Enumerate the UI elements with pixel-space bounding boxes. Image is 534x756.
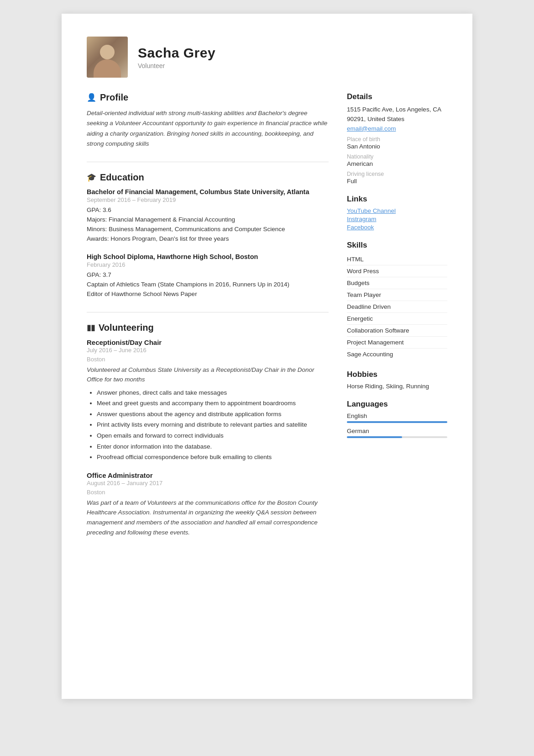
edu-entry-1: Bachelor of Financial Management, Columb… bbox=[87, 188, 329, 244]
avatar-image bbox=[87, 37, 128, 78]
candidate-name: Sacha Grey bbox=[138, 45, 215, 61]
education-title: 🎓 Education bbox=[87, 172, 329, 183]
profile-title: 👤 Profile bbox=[87, 92, 329, 103]
edu-degree-2: High School Diploma, Hawthorne High Scho… bbox=[87, 253, 329, 260]
education-icon: 🎓 bbox=[87, 173, 96, 182]
vol-bullet-1-3: Answer questions about the agency and di… bbox=[97, 409, 329, 419]
driving-license-label: Driving license bbox=[347, 171, 447, 177]
edu-detail-1-1: GPA: 3.6 bbox=[87, 206, 329, 215]
languages-section: Languages English German bbox=[347, 400, 447, 438]
place-of-birth-label: Place of birth bbox=[347, 136, 447, 143]
skills-section: Skills HTML Word Press Budgets Team Play… bbox=[347, 241, 447, 360]
vol-location-2: Boston bbox=[87, 489, 329, 496]
lang-english-bar-fill bbox=[347, 421, 447, 423]
education-section: 🎓 Education Bachelor of Financial Manage… bbox=[87, 172, 329, 299]
link-instagram[interactable]: Instragram bbox=[347, 216, 447, 222]
skill-deadline-driven: Deadline Driven bbox=[347, 301, 447, 313]
profile-icon: 👤 bbox=[87, 93, 96, 102]
skill-project-management: Project Management bbox=[347, 337, 447, 349]
profile-text: Detail-oriented individual with strong m… bbox=[87, 108, 329, 149]
vol-desc-2: Was part of a team of Volunteers at the … bbox=[87, 498, 329, 537]
languages-title: Languages bbox=[347, 400, 447, 409]
lang-german-bar-fill bbox=[347, 436, 402, 438]
vol-role-1: Receptionist/Day Chair bbox=[87, 338, 329, 346]
vol-entry-1: Receptionist/Day Chair July 2016 – June … bbox=[87, 338, 329, 462]
skills-title: Skills bbox=[347, 241, 447, 250]
hobbies-section: Hobbies Horse Riding, Skiing, Running bbox=[347, 370, 447, 390]
edu-detail-1-4: Awards: Honors Program, Dean's list for … bbox=[87, 234, 329, 244]
vol-bullet-1-2: Meet and greet guests and accompany them… bbox=[97, 398, 329, 408]
candidate-subtitle: Volunteer bbox=[138, 62, 215, 69]
details-title: Details bbox=[347, 92, 447, 101]
edu-detail-2-1: GPA: 3.7 bbox=[87, 270, 329, 280]
skill-sage-accounting: Sage Accounting bbox=[347, 349, 447, 360]
link-facebook[interactable]: Facebook bbox=[347, 224, 447, 231]
volunteering-section: ▮▮ Volunteering Receptionist/Day Chair J… bbox=[87, 322, 329, 538]
lang-german-bar-bg bbox=[347, 436, 447, 438]
vol-bullet-1-4: Print activity lists every morning and d… bbox=[97, 420, 329, 430]
divider-1 bbox=[87, 162, 329, 162]
lang-english-bar-bg bbox=[347, 421, 447, 423]
avatar bbox=[87, 37, 128, 78]
lang-german-name: German bbox=[347, 428, 447, 434]
skill-team-player: Team Player bbox=[347, 289, 447, 301]
edu-detail-2-3: Editor of Hawthorne School News Paper bbox=[87, 290, 329, 299]
edu-entry-2: High School Diploma, Hawthorne High Scho… bbox=[87, 253, 329, 299]
header-section: Sacha Grey Volunteer bbox=[87, 37, 447, 78]
volunteering-icon: ▮▮ bbox=[87, 323, 95, 333]
edu-date-2: February 2016 bbox=[87, 261, 329, 268]
lang-english: English bbox=[347, 412, 447, 423]
links-title: Links bbox=[347, 195, 447, 204]
nationality-label: Nationality bbox=[347, 153, 447, 160]
driving-license-value: Full bbox=[347, 178, 447, 185]
lang-german: German bbox=[347, 428, 447, 438]
vol-entry-2: Office Administrator August 2016 – Janua… bbox=[87, 471, 329, 537]
edu-degree-1: Bachelor of Financial Management, Columb… bbox=[87, 188, 329, 196]
skill-budgets: Budgets bbox=[347, 277, 447, 289]
vol-bullet-1-1: Answer phones, direct calls and take mes… bbox=[97, 388, 329, 398]
skill-wordpress: Word Press bbox=[347, 265, 447, 277]
links-section: Links YouTube Channel Instragram Faceboo… bbox=[347, 195, 447, 231]
vol-list-1: Answer phones, direct calls and take mes… bbox=[87, 388, 329, 462]
main-content: 👤 Profile Detail-oriented individual wit… bbox=[87, 92, 447, 550]
volunteering-title: ▮▮ Volunteering bbox=[87, 322, 329, 333]
header-info: Sacha Grey Volunteer bbox=[138, 45, 215, 69]
vol-location-1: Boston bbox=[87, 356, 329, 363]
edu-detail-2-2: Captain of Athletics Team (State Champio… bbox=[87, 280, 329, 290]
vol-role-2: Office Administrator bbox=[87, 471, 329, 479]
link-youtube[interactable]: YouTube Channel bbox=[347, 207, 447, 214]
vol-bullet-1-5: Open emails and forward to correct indiv… bbox=[97, 431, 329, 441]
edu-detail-1-2: Majors: Financial Management & Financial… bbox=[87, 215, 329, 225]
vol-date-1: July 2016 – June 2016 bbox=[87, 347, 329, 354]
place-of-birth-value: San Antonio bbox=[347, 143, 447, 150]
right-column: Details 1515 Pacific Ave, Los Angeles, C… bbox=[347, 92, 447, 550]
details-email[interactable]: email@email.com bbox=[347, 125, 396, 132]
edu-detail-1-3: Minors: Business Management, Communicati… bbox=[87, 225, 329, 234]
hobbies-text: Horse Riding, Skiing, Running bbox=[347, 383, 447, 390]
hobbies-title: Hobbies bbox=[347, 370, 447, 379]
skill-energetic: Energetic bbox=[347, 313, 447, 325]
vol-bullet-1-6: Enter donor information into the databas… bbox=[97, 442, 329, 452]
vol-bullet-1-7: Proofread official correspondence before… bbox=[97, 452, 329, 462]
divider-2 bbox=[87, 312, 329, 312]
left-column: 👤 Profile Detail-oriented individual wit… bbox=[87, 92, 329, 550]
vol-desc-1: Volunteered at Columbus State University… bbox=[87, 365, 329, 385]
lang-english-name: English bbox=[347, 412, 447, 419]
skill-collaboration-software: Collaboration Software bbox=[347, 325, 447, 337]
vol-date-2: August 2016 – January 2017 bbox=[87, 480, 329, 486]
skill-html: HTML bbox=[347, 254, 447, 265]
details-address: 1515 Pacific Ave, Los Angeles, CA 90291,… bbox=[347, 105, 447, 124]
profile-section: 👤 Profile Detail-oriented individual wit… bbox=[87, 92, 329, 149]
nationality-value: American bbox=[347, 160, 447, 167]
resume-container: Sacha Grey Volunteer 👤 Profile Detail-or… bbox=[62, 14, 472, 699]
details-section: Details 1515 Pacific Ave, Los Angeles, C… bbox=[347, 92, 447, 185]
edu-date-1: September 2016 – February 2019 bbox=[87, 196, 329, 203]
